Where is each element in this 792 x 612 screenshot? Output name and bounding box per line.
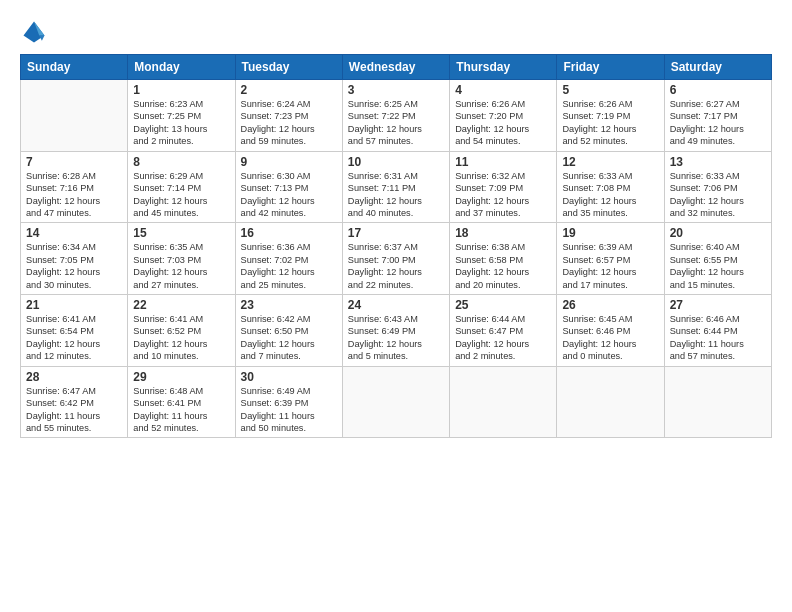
- weekday-header-tuesday: Tuesday: [235, 55, 342, 80]
- weekday-header-row: SundayMondayTuesdayWednesdayThursdayFrid…: [21, 55, 772, 80]
- day-info: Sunrise: 6:26 AM Sunset: 7:19 PM Dayligh…: [562, 98, 658, 148]
- day-cell: 13Sunrise: 6:33 AM Sunset: 7:06 PM Dayli…: [664, 151, 771, 223]
- day-cell: 25Sunrise: 6:44 AM Sunset: 6:47 PM Dayli…: [450, 295, 557, 367]
- day-cell: 4Sunrise: 6:26 AM Sunset: 7:20 PM Daylig…: [450, 80, 557, 152]
- day-number: 21: [26, 298, 122, 312]
- day-cell: 6Sunrise: 6:27 AM Sunset: 7:17 PM Daylig…: [664, 80, 771, 152]
- day-info: Sunrise: 6:41 AM Sunset: 6:52 PM Dayligh…: [133, 313, 229, 363]
- day-number: 27: [670, 298, 766, 312]
- day-info: Sunrise: 6:34 AM Sunset: 7:05 PM Dayligh…: [26, 241, 122, 291]
- day-cell: 15Sunrise: 6:35 AM Sunset: 7:03 PM Dayli…: [128, 223, 235, 295]
- day-cell: 23Sunrise: 6:42 AM Sunset: 6:50 PM Dayli…: [235, 295, 342, 367]
- day-info: Sunrise: 6:49 AM Sunset: 6:39 PM Dayligh…: [241, 385, 337, 435]
- day-info: Sunrise: 6:47 AM Sunset: 6:42 PM Dayligh…: [26, 385, 122, 435]
- day-info: Sunrise: 6:33 AM Sunset: 7:08 PM Dayligh…: [562, 170, 658, 220]
- day-info: Sunrise: 6:27 AM Sunset: 7:17 PM Dayligh…: [670, 98, 766, 148]
- day-cell: 1Sunrise: 6:23 AM Sunset: 7:25 PM Daylig…: [128, 80, 235, 152]
- week-row-2: 7Sunrise: 6:28 AM Sunset: 7:16 PM Daylig…: [21, 151, 772, 223]
- day-info: Sunrise: 6:33 AM Sunset: 7:06 PM Dayligh…: [670, 170, 766, 220]
- day-cell: 5Sunrise: 6:26 AM Sunset: 7:19 PM Daylig…: [557, 80, 664, 152]
- weekday-header-wednesday: Wednesday: [342, 55, 449, 80]
- day-number: 2: [241, 83, 337, 97]
- day-info: Sunrise: 6:35 AM Sunset: 7:03 PM Dayligh…: [133, 241, 229, 291]
- day-cell: 3Sunrise: 6:25 AM Sunset: 7:22 PM Daylig…: [342, 80, 449, 152]
- day-info: Sunrise: 6:25 AM Sunset: 7:22 PM Dayligh…: [348, 98, 444, 148]
- weekday-header-thursday: Thursday: [450, 55, 557, 80]
- day-info: Sunrise: 6:31 AM Sunset: 7:11 PM Dayligh…: [348, 170, 444, 220]
- day-cell: [450, 366, 557, 438]
- day-cell: 18Sunrise: 6:38 AM Sunset: 6:58 PM Dayli…: [450, 223, 557, 295]
- day-cell: 26Sunrise: 6:45 AM Sunset: 6:46 PM Dayli…: [557, 295, 664, 367]
- day-number: 3: [348, 83, 444, 97]
- day-cell: 28Sunrise: 6:47 AM Sunset: 6:42 PM Dayli…: [21, 366, 128, 438]
- day-cell: [21, 80, 128, 152]
- day-number: 6: [670, 83, 766, 97]
- day-cell: 16Sunrise: 6:36 AM Sunset: 7:02 PM Dayli…: [235, 223, 342, 295]
- day-info: Sunrise: 6:42 AM Sunset: 6:50 PM Dayligh…: [241, 313, 337, 363]
- day-info: Sunrise: 6:24 AM Sunset: 7:23 PM Dayligh…: [241, 98, 337, 148]
- day-number: 13: [670, 155, 766, 169]
- day-number: 5: [562, 83, 658, 97]
- day-number: 8: [133, 155, 229, 169]
- day-cell: 10Sunrise: 6:31 AM Sunset: 7:11 PM Dayli…: [342, 151, 449, 223]
- day-number: 12: [562, 155, 658, 169]
- week-row-3: 14Sunrise: 6:34 AM Sunset: 7:05 PM Dayli…: [21, 223, 772, 295]
- day-number: 15: [133, 226, 229, 240]
- day-number: 1: [133, 83, 229, 97]
- day-number: 19: [562, 226, 658, 240]
- day-cell: 19Sunrise: 6:39 AM Sunset: 6:57 PM Dayli…: [557, 223, 664, 295]
- weekday-header-friday: Friday: [557, 55, 664, 80]
- logo: [20, 18, 52, 46]
- day-number: 24: [348, 298, 444, 312]
- day-info: Sunrise: 6:41 AM Sunset: 6:54 PM Dayligh…: [26, 313, 122, 363]
- day-number: 11: [455, 155, 551, 169]
- day-cell: 20Sunrise: 6:40 AM Sunset: 6:55 PM Dayli…: [664, 223, 771, 295]
- day-info: Sunrise: 6:46 AM Sunset: 6:44 PM Dayligh…: [670, 313, 766, 363]
- day-info: Sunrise: 6:40 AM Sunset: 6:55 PM Dayligh…: [670, 241, 766, 291]
- day-number: 18: [455, 226, 551, 240]
- weekday-header-saturday: Saturday: [664, 55, 771, 80]
- day-cell: 7Sunrise: 6:28 AM Sunset: 7:16 PM Daylig…: [21, 151, 128, 223]
- day-number: 7: [26, 155, 122, 169]
- day-info: Sunrise: 6:48 AM Sunset: 6:41 PM Dayligh…: [133, 385, 229, 435]
- day-info: Sunrise: 6:39 AM Sunset: 6:57 PM Dayligh…: [562, 241, 658, 291]
- day-cell: 14Sunrise: 6:34 AM Sunset: 7:05 PM Dayli…: [21, 223, 128, 295]
- day-cell: [342, 366, 449, 438]
- day-info: Sunrise: 6:26 AM Sunset: 7:20 PM Dayligh…: [455, 98, 551, 148]
- day-info: Sunrise: 6:36 AM Sunset: 7:02 PM Dayligh…: [241, 241, 337, 291]
- day-number: 26: [562, 298, 658, 312]
- day-cell: 30Sunrise: 6:49 AM Sunset: 6:39 PM Dayli…: [235, 366, 342, 438]
- day-cell: [557, 366, 664, 438]
- day-cell: 22Sunrise: 6:41 AM Sunset: 6:52 PM Dayli…: [128, 295, 235, 367]
- day-number: 22: [133, 298, 229, 312]
- day-cell: [664, 366, 771, 438]
- day-number: 16: [241, 226, 337, 240]
- day-cell: 21Sunrise: 6:41 AM Sunset: 6:54 PM Dayli…: [21, 295, 128, 367]
- day-info: Sunrise: 6:23 AM Sunset: 7:25 PM Dayligh…: [133, 98, 229, 148]
- header: [20, 18, 772, 46]
- logo-icon: [20, 18, 48, 46]
- day-number: 9: [241, 155, 337, 169]
- day-number: 30: [241, 370, 337, 384]
- calendar: SundayMondayTuesdayWednesdayThursdayFrid…: [20, 54, 772, 438]
- day-cell: 29Sunrise: 6:48 AM Sunset: 6:41 PM Dayli…: [128, 366, 235, 438]
- day-cell: 2Sunrise: 6:24 AM Sunset: 7:23 PM Daylig…: [235, 80, 342, 152]
- day-cell: 8Sunrise: 6:29 AM Sunset: 7:14 PM Daylig…: [128, 151, 235, 223]
- day-number: 20: [670, 226, 766, 240]
- day-cell: 24Sunrise: 6:43 AM Sunset: 6:49 PM Dayli…: [342, 295, 449, 367]
- day-number: 23: [241, 298, 337, 312]
- day-cell: 17Sunrise: 6:37 AM Sunset: 7:00 PM Dayli…: [342, 223, 449, 295]
- day-number: 4: [455, 83, 551, 97]
- week-row-4: 21Sunrise: 6:41 AM Sunset: 6:54 PM Dayli…: [21, 295, 772, 367]
- day-info: Sunrise: 6:38 AM Sunset: 6:58 PM Dayligh…: [455, 241, 551, 291]
- day-info: Sunrise: 6:37 AM Sunset: 7:00 PM Dayligh…: [348, 241, 444, 291]
- weekday-header-sunday: Sunday: [21, 55, 128, 80]
- day-cell: 9Sunrise: 6:30 AM Sunset: 7:13 PM Daylig…: [235, 151, 342, 223]
- weekday-header-monday: Monday: [128, 55, 235, 80]
- week-row-5: 28Sunrise: 6:47 AM Sunset: 6:42 PM Dayli…: [21, 366, 772, 438]
- day-number: 17: [348, 226, 444, 240]
- day-number: 14: [26, 226, 122, 240]
- day-info: Sunrise: 6:30 AM Sunset: 7:13 PM Dayligh…: [241, 170, 337, 220]
- page: SundayMondayTuesdayWednesdayThursdayFrid…: [0, 0, 792, 612]
- day-cell: 11Sunrise: 6:32 AM Sunset: 7:09 PM Dayli…: [450, 151, 557, 223]
